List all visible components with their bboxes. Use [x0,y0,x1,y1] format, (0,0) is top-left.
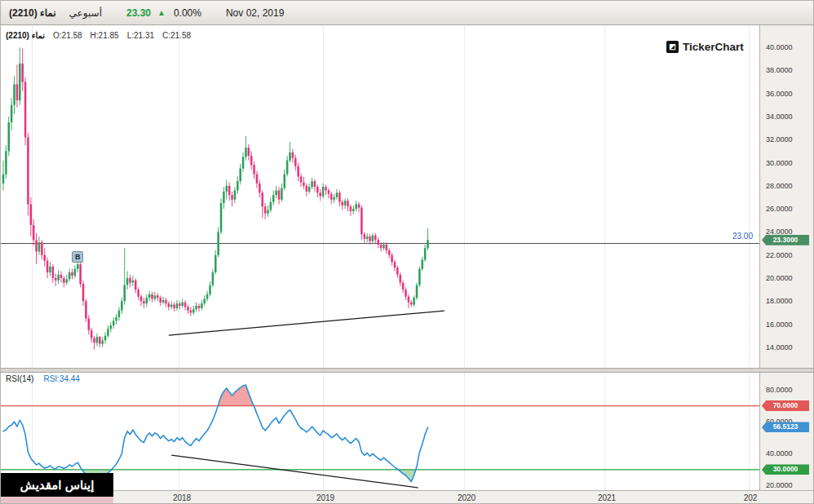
panel-separator[interactable] [1,368,814,373]
axis-tick-label: 28.0000 [766,182,793,191]
tickerchart-logo: ◩ TickerChart [666,41,744,53]
axis-tick-label: 20.0000 [766,481,793,490]
tickerchart-window: (2210) نماء أسبوعي 23.30 ▲ 0.00% Nov 02,… [0,0,814,504]
buy-marker[interactable]: B [72,251,83,263]
axis-tick-label: 80.0000 [766,386,793,395]
last-price-label: 23.30 [126,7,151,19]
candlestick-rsi-plot[interactable] [1,25,759,504]
watermark: إيناس امقديش [1,473,113,497]
change-percent-label: 0.00% [174,7,201,19]
rsi-name-label: RSI(14) [6,374,33,383]
time-tick-label: 2018 [173,493,191,502]
time-tick-label: 2021 [598,493,616,502]
date-label: Nov 02, 2019 [226,7,284,19]
low-value: L:21.31 [127,31,154,40]
symbol-label: (2210) نماء [9,7,56,19]
chart-region[interactable]: نماء (2210) O:21.58 H:21.85 L:21.31 C:21… [1,25,814,504]
instrument-label: نماء (2210) [6,31,45,40]
time-axis[interactable]: 201620172018201920202021202 [1,490,814,504]
axis-tick-label: 38.0000 [766,66,793,75]
up-arrow-icon: ▲ [157,8,166,17]
tickerchart-logo-text: TickerChart [683,41,744,53]
axis-tick-label: 20.0000 [766,274,793,283]
watermark-underlay [1,497,113,504]
axis-tick-label: 18.0000 [766,297,793,306]
ohlc-header: نماء (2210) O:21.58 H:21.85 L:21.31 C:21… [6,31,191,40]
toolbar: (2210) نماء أسبوعي 23.30 ▲ 0.00% Nov 02,… [1,1,813,25]
axis-tick-label: 26.0000 [766,205,793,214]
time-tick-label: 2020 [458,493,476,502]
axis-tick-label: 32.0000 [766,135,793,144]
axis-tick-label: 16.0000 [766,321,793,329]
axis-tick-label: 40.0000 [766,43,793,52]
timeframe-label: أسبوعي [69,7,102,19]
rsi-header: RSI(14) RSI:34.44 [6,374,80,383]
rsi-value-badge: 56.5123 [762,422,809,432]
close-value: C:21.58 [162,31,191,40]
last-price-badge: 23.3000 [762,235,809,245]
axis-tick-label: 14.0000 [766,343,793,352]
price-axis[interactable]: 40.000038.000036.000034.000032.000030.00… [759,25,814,490]
oversold-badge: 30.0000 [762,464,809,475]
price-line-label: 23.00 [732,232,753,241]
axis-tick-label: 36.0000 [766,90,793,99]
time-tick-label: 2019 [316,493,334,502]
axis-tick-label: 30.0000 [766,159,793,168]
high-value: H:21.85 [91,31,119,40]
time-tick-label: 202 [744,493,758,502]
open-value: O:21.58 [53,31,82,40]
tickerchart-logo-icon: ◩ [666,41,679,53]
axis-tick-label: 40.0000 [766,449,793,458]
rsi-value-label: RSI:34.44 [43,374,79,383]
axis-tick-label: 34.0000 [766,113,793,122]
overbought-badge: 70.0000 [762,400,809,411]
axis-tick-label: 22.0000 [766,251,793,260]
